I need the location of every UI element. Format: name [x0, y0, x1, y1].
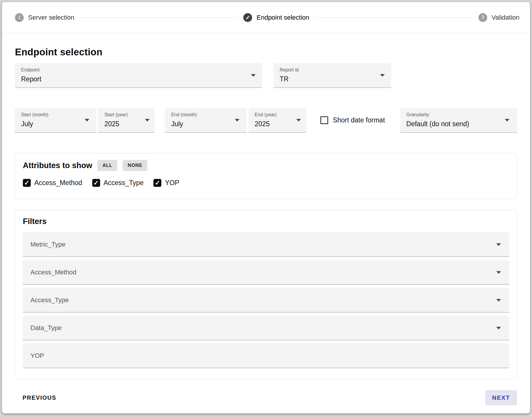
checkbox-checked-icon [23, 179, 31, 187]
endpoint-row: Endpoint Report Report id TR [15, 63, 517, 88]
dropdown-arrow-icon [235, 119, 240, 122]
short-date-format-label: Short date format [333, 116, 385, 124]
granularity-value: Default (do not send) [406, 120, 502, 128]
filter-yop-input[interactable]: YOP [23, 343, 509, 368]
start-year-select[interactable]: Start (year) 2025 [98, 108, 155, 133]
end-month-label: End (month) [171, 112, 232, 117]
next-button[interactable]: NEXT [485, 390, 517, 405]
checkbox-checked-icon [153, 179, 161, 187]
attribute-label: Access_Method [34, 179, 82, 187]
checkbox-unchecked-icon [320, 116, 328, 124]
filter-data-type[interactable]: Data_Type [23, 316, 509, 340]
step-endpoint-selection[interactable]: Endpoint selection [243, 13, 309, 22]
granularity-label: Granularity [406, 112, 502, 117]
filter-label: Access_Method [30, 269, 76, 276]
attribute-checkbox-yop[interactable]: YOP [153, 179, 179, 187]
filter-label: YOP [30, 352, 44, 360]
attribute-checkbox-access-method[interactable]: Access_Method [23, 179, 82, 187]
filter-label: Access_Type [30, 296, 69, 304]
report-id-select-value: TR [280, 75, 377, 83]
pencil-icon [246, 15, 250, 20]
start-month-select[interactable]: Start (month) July [15, 108, 96, 133]
stepper-connector [79, 17, 239, 18]
step-validation[interactable]: 3 Validation [478, 13, 519, 22]
filters-card: Filters Metric_Type Access_Method Access… [15, 210, 517, 379]
page-title: Endpoint selection [15, 47, 517, 58]
dropdown-arrow-icon [85, 119, 89, 122]
dropdown-arrow-icon [505, 119, 509, 122]
dropdown-arrow-icon [145, 119, 150, 122]
select-none-button[interactable]: NONE [123, 160, 147, 171]
select-all-button[interactable]: ALL [97, 160, 117, 171]
endpoint-select[interactable]: Endpoint Report [15, 63, 262, 88]
filter-label: Data_Type [30, 324, 61, 332]
filter-metric-type[interactable]: Metric_Type [23, 232, 509, 257]
dropdown-arrow-icon [496, 271, 501, 274]
dropdown-arrow-icon [496, 327, 501, 329]
dropdown-arrow-icon [380, 74, 385, 77]
filter-access-method[interactable]: Access_Method [23, 260, 509, 285]
attributes-card: Attributes to show ALL NONE Access_Metho… [15, 153, 517, 199]
date-row: Start (month) July Start (year) 2025 End… [15, 108, 517, 133]
step-3-label: Validation [492, 14, 519, 21]
short-date-format-checkbox[interactable]: Short date format [320, 116, 385, 124]
attributes-checkbox-row: Access_Method Access_Type YOP [23, 179, 509, 187]
granularity-select[interactable]: Granularity Default (do not send) [400, 108, 517, 133]
previous-button[interactable]: PREVIOUS [15, 390, 64, 405]
step-server-selection[interactable]: 1 Server selection [15, 13, 74, 22]
step-3-number: 3 [482, 15, 484, 20]
report-id-select-label: Report id [280, 67, 377, 73]
step-1-number: 1 [18, 15, 21, 20]
filter-label: Metric_Type [30, 241, 66, 248]
end-month-select[interactable]: End (month) July [165, 108, 246, 133]
attribute-label: YOP [165, 179, 179, 187]
attributes-header: Attributes to show ALL NONE [23, 160, 509, 171]
dropdown-arrow-icon [296, 119, 301, 122]
attribute-label: Access_Type [104, 179, 144, 187]
start-month-label: Start (month) [21, 112, 82, 117]
end-year-select[interactable]: End (year) 2025 [249, 108, 306, 133]
filters-title: Filters [23, 217, 47, 226]
end-year-value: 2025 [255, 120, 292, 128]
dropdown-arrow-icon [496, 299, 501, 302]
step-3-circle: 3 [478, 13, 487, 22]
wizard-footer: PREVIOUS NEXT [15, 390, 517, 405]
step-2-label: Endpoint selection [256, 14, 309, 21]
endpoint-select-value: Report [21, 75, 247, 83]
page-card: 1 Server selection Endpoint selection 3 … [2, 2, 530, 413]
dropdown-arrow-icon [496, 243, 501, 246]
filter-access-type[interactable]: Access_Type [23, 288, 509, 312]
checkbox-checked-icon [92, 179, 100, 187]
end-year-label: End (year) [255, 112, 292, 117]
start-month-value: July [21, 120, 82, 128]
dropdown-arrow-icon [251, 74, 256, 77]
start-year-value: 2025 [104, 120, 140, 128]
endpoint-select-label: Endpoint [21, 67, 247, 73]
report-id-select[interactable]: Report id TR [273, 63, 391, 88]
end-month-value: July [171, 120, 232, 128]
stepper-connector [314, 17, 474, 18]
attribute-checkbox-access-type[interactable]: Access_Type [92, 179, 144, 187]
step-1-circle: 1 [15, 13, 24, 22]
start-year-label: Start (year) [104, 112, 140, 117]
attributes-title: Attributes to show [23, 161, 92, 170]
step-1-label: Server selection [28, 14, 74, 21]
step-2-circle [243, 13, 252, 22]
stepper: 1 Server selection Endpoint selection 3 … [2, 2, 530, 33]
